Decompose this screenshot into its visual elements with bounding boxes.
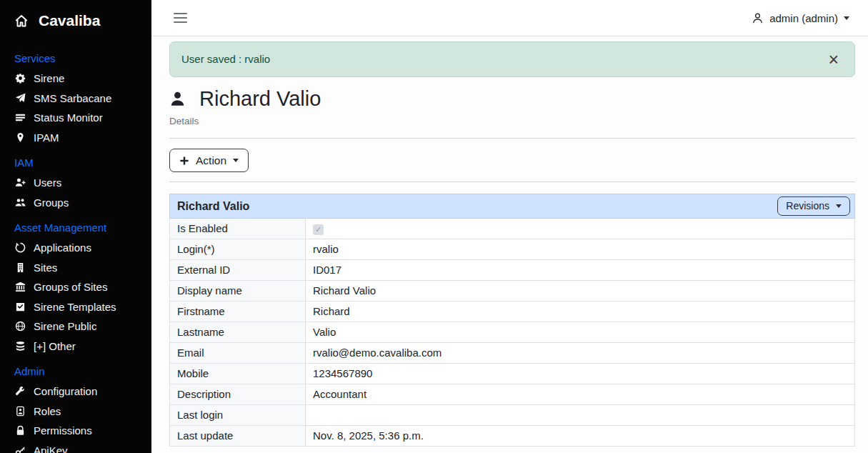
- sidebar-item-configuration[interactable]: Configuration: [14, 382, 137, 402]
- row-label: Mobile: [170, 364, 306, 384]
- sidebar: Cavaliba Services Sirene SMS Sarbacane S…: [0, 0, 151, 453]
- row-value: Accountant: [306, 384, 855, 405]
- key-icon: [14, 445, 26, 453]
- card-title: Richard Valio: [177, 199, 249, 214]
- close-icon[interactable]: ×: [824, 54, 843, 65]
- sidebar-item-ipam[interactable]: IPAM: [14, 128, 137, 148]
- sidebar-item-groups[interactable]: Groups: [14, 193, 137, 213]
- chevron-down-icon: [233, 159, 239, 162]
- page-subtitle: Details: [169, 114, 855, 129]
- row-label: External ID: [170, 260, 306, 281]
- sidebar-section-label: Admin: [14, 364, 137, 379]
- row-label: Firstname: [170, 302, 306, 322]
- page-content: User saved : rvalio × Richard Valio Deta…: [151, 36, 868, 453]
- geo-pin-icon: [14, 132, 26, 143]
- row-value: Valio: [306, 322, 855, 343]
- send-icon: [14, 93, 26, 104]
- account-dropdown[interactable]: admin (admin): [752, 12, 849, 24]
- row-value: ✓: [306, 219, 855, 239]
- menu-toggle-button[interactable]: [172, 10, 189, 26]
- row-label: Is Enabled: [170, 219, 306, 239]
- list-icon: [14, 112, 26, 123]
- row-value: ID017: [306, 260, 855, 281]
- row-label: Last login: [170, 405, 306, 426]
- divider: [169, 138, 855, 139]
- row-label: Email: [170, 343, 306, 364]
- check-square-icon: [14, 302, 26, 312]
- sidebar-item-sirene-public[interactable]: Sirene Public: [14, 317, 137, 337]
- sidebar-item-roles[interactable]: Roles: [14, 402, 137, 422]
- row-label: Last update: [170, 426, 306, 447]
- sidebar-section: IAM Users Groups: [14, 156, 137, 212]
- row-label: Description: [170, 384, 306, 405]
- action-button-label: Action: [196, 154, 226, 167]
- people-icon: [14, 197, 26, 208]
- refresh-circle-icon: [14, 242, 26, 253]
- sidebar-item-permissions[interactable]: Permissions: [14, 421, 137, 441]
- sidebar-section-label: Services: [14, 51, 137, 66]
- action-dropdown-button[interactable]: Action: [169, 149, 249, 172]
- lock-icon: [14, 425, 26, 436]
- table-row: Description Accountant: [170, 384, 855, 405]
- brand-name: Cavaliba: [39, 10, 100, 31]
- row-value: rvalio: [306, 239, 855, 260]
- revisions-dropdown-button[interactable]: Revisions: [777, 196, 850, 216]
- sidebar-item-users[interactable]: Users: [14, 173, 137, 193]
- is-enabled-checkbox: ✓: [313, 224, 324, 235]
- row-value: Richard: [306, 302, 855, 322]
- row-value: Richard Valio: [306, 281, 855, 302]
- sidebar-item-other[interactable]: [+] Other: [14, 337, 137, 357]
- sidebar-item-status-monitor[interactable]: Status Monitor: [14, 108, 137, 128]
- sidebar-item-groups-of-sites[interactable]: Groups of Sites: [14, 277, 137, 297]
- page-title-text: Richard Valio: [199, 86, 321, 111]
- building-icon: [14, 262, 26, 273]
- brand[interactable]: Cavaliba: [0, 10, 151, 31]
- sidebar-section: Admin Configuration Roles Permissions Ap…: [14, 364, 137, 453]
- chevron-down-icon: [836, 204, 842, 208]
- table-row: Display name Richard Valio: [170, 281, 855, 302]
- sidebar-item-apikey[interactable]: ApiKey: [14, 441, 137, 453]
- database-icon: [14, 341, 26, 352]
- app-window: Cavaliba Services Sirene SMS Sarbacane S…: [0, 0, 868, 453]
- home-icon: [14, 14, 29, 28]
- table-row: Mobile 1234567890: [170, 364, 855, 384]
- card-header-row: Richard Valio Revisions: [170, 194, 855, 219]
- user-details-table: Richard Valio Revisions Is Enabled ✓ Log…: [169, 194, 855, 447]
- person-icon: [752, 12, 764, 24]
- sidebar-section: Services Sirene SMS Sarbacane Status Mon…: [14, 51, 137, 147]
- table-row: Last update Nov. 8, 2025, 5:36 p.m.: [170, 426, 855, 447]
- row-value: Nov. 8, 2025, 5:36 p.m.: [306, 426, 855, 447]
- sidebar-item-applications[interactable]: Applications: [14, 238, 137, 258]
- row-label: Login(*): [170, 239, 306, 260]
- success-alert: User saved : rvalio ×: [169, 41, 855, 77]
- person-fill-icon: [169, 91, 186, 107]
- table-row: Firstname Richard: [170, 302, 855, 322]
- chevron-down-icon: [844, 16, 849, 20]
- sidebar-item-sirene[interactable]: Sirene: [14, 69, 137, 89]
- table-row: Email rvalio@demo.cavaliba.com: [170, 343, 855, 364]
- table-row: Last login: [170, 405, 855, 426]
- table-row: External ID ID017: [170, 260, 855, 281]
- row-label: Display name: [170, 281, 306, 302]
- table-row: Login(*) rvalio: [170, 239, 855, 260]
- sidebar-item-sirene-templates[interactable]: Sirene Templates: [14, 297, 137, 317]
- topbar: admin (admin): [151, 0, 868, 36]
- account-label: admin (admin): [769, 12, 838, 24]
- row-label: Lastname: [170, 322, 306, 343]
- sidebar-section-label: IAM: [14, 156, 137, 170]
- divider: [169, 181, 855, 182]
- row-value: [306, 405, 855, 426]
- main-area: admin (admin) User saved : rvalio × Rich…: [151, 0, 868, 453]
- sidebar-item-sites[interactable]: Sites: [14, 258, 137, 278]
- globe-icon: [14, 321, 26, 332]
- gear-icon: [14, 73, 26, 84]
- row-value: rvalio@demo.cavaliba.com: [306, 343, 855, 364]
- wrench-icon: [14, 386, 26, 397]
- plus-icon: [179, 156, 189, 166]
- details-table-body: Is Enabled ✓ Login(*) rvalio External ID…: [170, 219, 855, 447]
- revisions-button-label: Revisions: [786, 199, 829, 213]
- sidebar-section-label: Asset Management: [14, 221, 137, 235]
- table-row: Lastname Valio: [170, 322, 855, 343]
- sidebar-item-sms-sarbacane[interactable]: SMS Sarbacane: [14, 89, 137, 109]
- table-row: Is Enabled ✓: [170, 219, 855, 239]
